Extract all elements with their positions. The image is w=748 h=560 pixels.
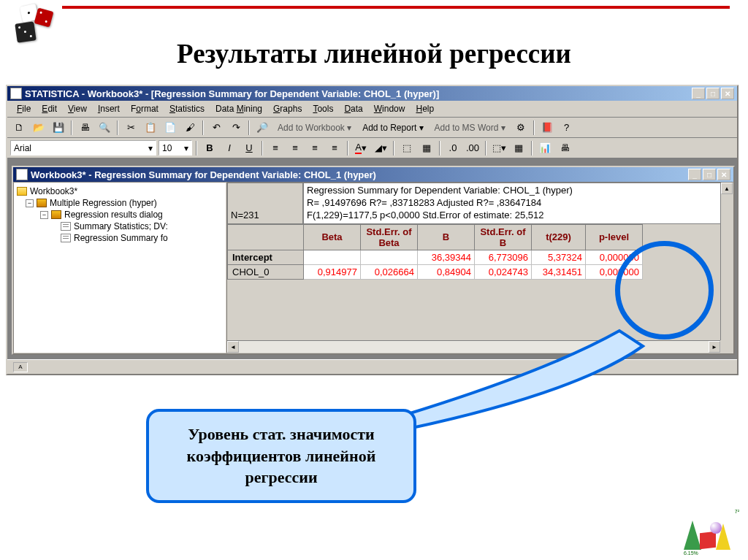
app-icon: A	[10, 88, 22, 99]
col-b: B	[418, 224, 475, 250]
brush-icon[interactable]: 🖌	[181, 120, 199, 136]
menu-insert[interactable]: Insert	[93, 102, 125, 115]
preview-icon[interactable]: 🔍	[96, 120, 113, 136]
size-selector[interactable]: 10▾	[159, 140, 192, 156]
callout-bubble: Уровень стат. значимости коэффициентов л…	[146, 409, 416, 503]
close-button[interactable]: ✕	[721, 88, 734, 99]
find-icon[interactable]: 🔎	[253, 120, 271, 136]
add-workbook-button[interactable]: Add to Workbook ▾	[273, 121, 356, 134]
shapes-decoration: 6.15% 7²	[684, 505, 742, 556]
workbook-icon: ▦	[16, 169, 28, 180]
new-icon[interactable]: 🗋	[10, 120, 28, 136]
n-label: N=231	[227, 183, 303, 224]
tree-root[interactable]: Workbook3*	[17, 185, 223, 197]
workbook-tree[interactable]: Workbook3* −Multiple Regression (hyper) …	[13, 182, 226, 353]
zoom-icon[interactable]: ⬚▾	[490, 140, 508, 156]
child-title: Workbook3* - Regression Summary for Depe…	[31, 169, 688, 180]
col-se-beta: Std.Err. of Beta	[361, 224, 418, 250]
print-icon[interactable]: 🖶	[76, 120, 94, 136]
menu-help[interactable]: Help	[411, 102, 439, 115]
standard-toolbar: 🗋 📂 💾 🖶 🔍 ✂ 📋 📄 🖌 ↶ ↷ 🔎 Add to Workbook …	[7, 118, 737, 138]
copy-icon[interactable]: 📋	[142, 120, 159, 136]
vars-icon[interactable]: ⚙	[512, 120, 530, 136]
tree-item[interactable]: Regression Summary fo	[17, 232, 223, 244]
add-report-button[interactable]: Add to Report ▾	[358, 121, 427, 134]
menu-data[interactable]: Data	[339, 102, 367, 115]
cut-icon[interactable]: ✂	[122, 120, 140, 136]
misc-icon[interactable]: 🖶	[556, 140, 573, 156]
col-t: t(229)	[532, 224, 586, 250]
slide-title: Результаты линейной регрессии	[0, 38, 748, 69]
col-p: p-level	[586, 224, 643, 250]
format-toolbar: Arial▾ 10▾ B I U ≡ ≡ ≡ ≡ A▾ ◢▾ ⬚ ▦ .0 .0…	[7, 138, 737, 158]
tree-item[interactable]: Summary Statistics; DV:	[17, 220, 223, 232]
child-close-button[interactable]: ✕	[717, 169, 730, 180]
app-title: STATISTICA - Workbook3* - [Regression Su…	[25, 88, 692, 99]
paste-icon[interactable]: 📄	[161, 120, 179, 136]
summary-line: R= ,91497696 R?= ,83718283 Adjusted R?= …	[307, 197, 729, 210]
tree-item[interactable]: −Regression results dialog	[17, 209, 223, 220]
decimal-inc-icon[interactable]: .00	[464, 140, 481, 156]
menu-format[interactable]: Format	[126, 102, 164, 115]
justify-icon[interactable]: ≡	[326, 140, 343, 156]
child-titlebar: ▦ Workbook3* - Regression Summary for De…	[13, 167, 733, 182]
col-se-b: Std.Err. of B	[475, 224, 532, 250]
menu-edit[interactable]: Edit	[37, 102, 62, 115]
table-row[interactable]: CHOL_0 0,914977 0,026664 0,84904 0,02474…	[228, 264, 643, 279]
v-scrollbar[interactable]: ▲	[720, 183, 733, 340]
child-minimize-button[interactable]: _	[688, 169, 701, 180]
summary-line: Regression Summary for Dependent Variabl…	[307, 185, 729, 197]
align-center-icon[interactable]: ≡	[286, 140, 304, 156]
status-icon: A	[13, 362, 28, 372]
font-color-icon[interactable]: A▾	[352, 140, 370, 156]
borders-icon[interactable]: ▦	[418, 140, 435, 156]
format-icon[interactable]: ⬚	[398, 140, 416, 156]
chart-icon[interactable]: 📊	[536, 140, 554, 156]
menu-file[interactable]: File	[12, 102, 36, 115]
callout-text: регрессии	[164, 467, 399, 488]
align-left-icon[interactable]: ≡	[267, 140, 284, 156]
menu-view[interactable]: View	[63, 102, 92, 115]
underline-icon[interactable]: U	[240, 140, 258, 156]
dice-decoration	[3, 4, 58, 47]
menu-window[interactable]: Window	[369, 102, 411, 115]
grid-icon[interactable]: ▦	[510, 140, 527, 156]
menu-data-mining[interactable]: Data Mining	[210, 102, 267, 115]
regression-table: Beta Std.Err. of Beta B Std.Err. of B t(…	[227, 224, 643, 280]
open-icon[interactable]: 📂	[30, 120, 47, 136]
italic-icon[interactable]: I	[221, 140, 238, 156]
callout-tail	[402, 327, 665, 429]
summary-line: F(1,229)=1177,5 p<0,0000 Std.Error of es…	[307, 210, 729, 222]
table-row[interactable]: Intercept 36,39344 6,773096 5,37324 0,00…	[228, 250, 643, 264]
child-maximize-button[interactable]: □	[703, 169, 716, 180]
maximize-button[interactable]: □	[706, 88, 720, 99]
callout-text: Уровень стат. значимости	[164, 423, 399, 445]
menu-bar: File Edit View Insert Format Statistics …	[7, 101, 737, 118]
help-icon[interactable]: ?	[558, 120, 576, 136]
menu-graphs[interactable]: Graphs	[268, 102, 307, 115]
save-icon[interactable]: 💾	[50, 120, 67, 136]
minimize-button[interactable]: _	[692, 88, 705, 99]
align-right-icon[interactable]: ≡	[306, 140, 324, 156]
menu-statistics[interactable]: Statistics	[164, 102, 210, 115]
font-selector[interactable]: Arial▾	[10, 140, 156, 156]
bold-icon[interactable]: B	[201, 140, 218, 156]
fill-color-icon[interactable]: ◢▾	[372, 140, 389, 156]
book-icon[interactable]: 📕	[538, 120, 556, 136]
menu-tools[interactable]: Tools	[308, 102, 338, 115]
callout-text: коэффициентов линейной	[164, 445, 399, 467]
tree-item[interactable]: −Multiple Regression (hyper)	[17, 197, 223, 209]
decimal-dec-icon[interactable]: .0	[444, 140, 462, 156]
undo-icon[interactable]: ↶	[207, 120, 225, 136]
redo-icon[interactable]: ↷	[227, 120, 245, 136]
main-titlebar: A STATISTICA - Workbook3* - [Regression …	[7, 86, 737, 101]
add-word-button[interactable]: Add to MS Word ▾	[430, 121, 510, 134]
divider-line	[62, 6, 730, 9]
col-beta: Beta	[304, 224, 361, 250]
